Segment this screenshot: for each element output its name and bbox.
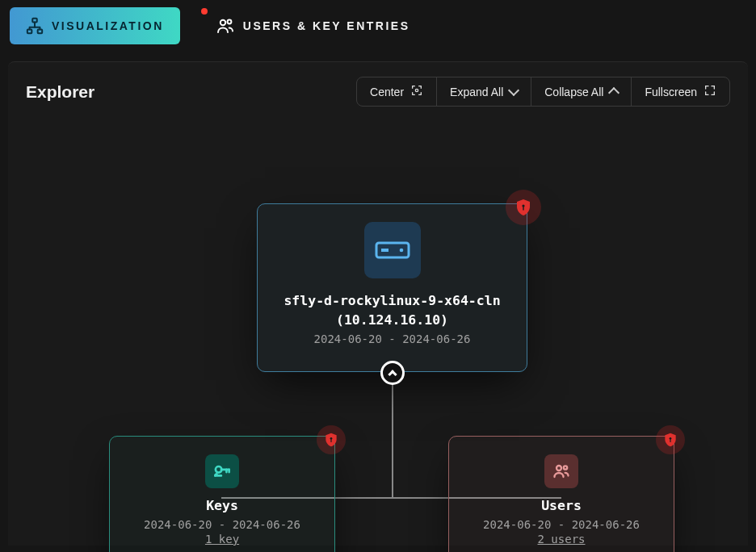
node-users[interactable]: Users 2024-06-20 - 2024-06-26 2 users — [448, 436, 674, 552]
svg-point-5 — [415, 89, 418, 91]
svg-rect-7 — [523, 207, 523, 211]
node-server-dates: 2024-06-20 - 2024-06-26 — [272, 332, 512, 345]
panel-header: Explorer Center Expand All Collapse All — [8, 62, 748, 118]
svg-rect-12 — [330, 439, 331, 442]
node-server[interactable]: sfly-d-rockylinux-9-x64-cln (10.124.16.1… — [257, 203, 527, 372]
node-server-ip: (10.124.16.10) — [272, 311, 512, 330]
server-tile-icon — [364, 222, 421, 278]
chevron-up-icon — [388, 370, 397, 378]
collapse-toggle[interactable] — [380, 361, 405, 385]
connector-line — [392, 374, 393, 499]
svg-rect-15 — [670, 439, 670, 442]
expand-all-button[interactable]: Expand All — [437, 77, 531, 106]
fullscreen-label: Fullscreen — [645, 86, 697, 98]
top-tabs: Visualization Users & Key Entries — [0, 0, 756, 45]
collapse-all-label: Collapse All — [544, 86, 603, 98]
chevron-up-icon — [608, 87, 620, 98]
node-keys-dates: 2024-06-20 - 2024-06-26 — [124, 518, 320, 531]
node-keys-count[interactable]: 1 key — [124, 533, 320, 546]
section-title: Explorer — [26, 82, 94, 102]
explorer-panel: Explorer Center Expand All Collapse All — [8, 61, 748, 546]
svg-point-3 — [220, 20, 225, 25]
alert-shield-icon — [506, 190, 541, 225]
users-tile-icon — [544, 454, 578, 488]
node-users-dates: 2024-06-20 - 2024-06-26 — [464, 518, 659, 531]
tab-users-keys[interactable]: Users & Key Entries — [200, 6, 426, 45]
collapse-all-button[interactable]: Collapse All — [531, 77, 632, 106]
alert-shield-icon — [317, 425, 346, 454]
node-users-count[interactable]: 2 users — [464, 533, 659, 546]
center-target-icon — [410, 84, 423, 99]
tab-visualization[interactable]: Visualization — [10, 7, 180, 44]
sitemap-icon — [26, 17, 44, 35]
center-button[interactable]: Center — [357, 77, 437, 106]
tab-users-keys-label: Users & Key Entries — [243, 19, 410, 32]
toolbar: Center Expand All Collapse All Fullsc — [356, 77, 730, 107]
fullscreen-button[interactable]: Fullscreen — [632, 77, 729, 106]
graph-canvas[interactable]: sfly-d-rockylinux-9-x64-cln (10.124.16.1… — [8, 118, 748, 537]
node-server-name: sfly-d-rockylinux-9-x64-cln — [272, 291, 512, 311]
node-keys[interactable]: Keys 2024-06-20 - 2024-06-26 1 key — [109, 436, 335, 552]
svg-point-17 — [564, 466, 567, 469]
key-tile-icon — [205, 454, 239, 488]
svg-point-4 — [227, 20, 231, 24]
chevron-down-icon — [508, 85, 519, 96]
tab-visualization-label: Visualization — [52, 19, 164, 32]
node-users-title: Users — [464, 496, 659, 516]
expand-all-label: Expand All — [450, 86, 503, 98]
center-label: Center — [370, 86, 404, 98]
svg-rect-9 — [381, 249, 388, 252]
notification-dot-icon — [201, 8, 208, 15]
svg-point-10 — [399, 249, 403, 253]
node-keys-title: Keys — [124, 496, 320, 516]
fullscreen-icon — [704, 84, 716, 99]
svg-point-16 — [556, 466, 561, 470]
alert-shield-icon — [656, 425, 685, 454]
users-icon — [216, 16, 235, 36]
